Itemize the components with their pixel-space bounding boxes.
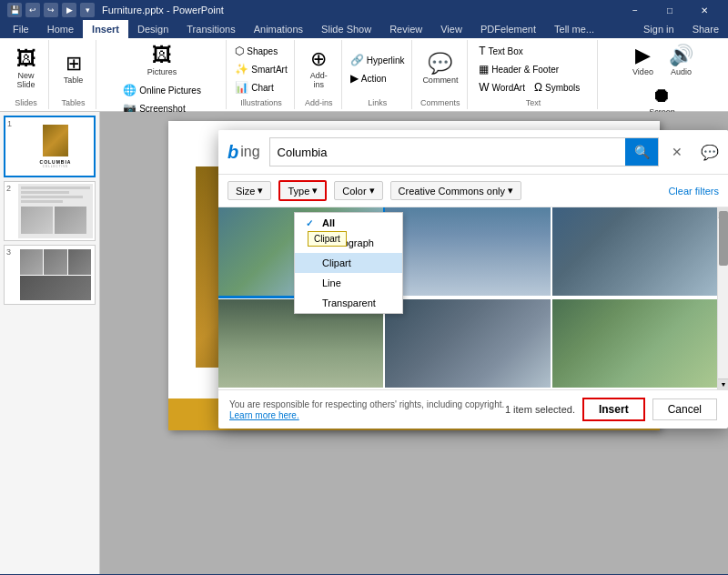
slide-thumb-3[interactable]: 3	[4, 245, 96, 305]
type-option-clipart[interactable]: Clipart	[295, 253, 402, 273]
table-label: Table	[64, 76, 84, 85]
table-group-label: Tables	[61, 96, 85, 107]
slide-preview-2	[18, 184, 93, 238]
footer-learn-more-link[interactable]: Learn more here.	[229, 410, 504, 420]
ribbon-group-table: ⊞ Table Tables	[51, 40, 96, 109]
tab-view[interactable]: View	[431, 20, 471, 38]
smartart-button[interactable]: ✨ SmartArt	[231, 61, 290, 77]
bing-logo: b ing	[228, 142, 260, 163]
table-icon: ⊞	[66, 54, 82, 74]
slide-thumb-2[interactable]: 2	[4, 181, 96, 241]
audio-label: Audio	[671, 67, 692, 76]
undo-icon[interactable]: ↩	[25, 3, 40, 17]
image-cell-6[interactable]	[552, 299, 717, 388]
headerfooter-button[interactable]: ▦ Header & Footer	[475, 61, 562, 77]
slide-num-2: 2	[6, 184, 15, 193]
tab-signin[interactable]: Sign in	[634, 20, 683, 38]
ribbon-group-comments: 💬 Comment Comments	[414, 40, 469, 109]
save-icon[interactable]: 💾	[7, 3, 22, 17]
scrollbar-thumb[interactable]	[719, 211, 728, 266]
type-option-all[interactable]: ✓ All	[295, 213, 402, 233]
online-pictures-button[interactable]: 🌐 Online Pictures	[119, 82, 205, 98]
symbols-button[interactable]: Ω Symbols	[531, 79, 583, 96]
more-icon[interactable]: ▾	[80, 3, 95, 17]
tab-slideshow[interactable]: Slide Show	[312, 20, 380, 38]
shapes-icon: ⬡	[235, 45, 244, 57]
insert-button[interactable]: Insert	[582, 398, 645, 421]
dialog-chat-icon[interactable]: 💬	[701, 144, 719, 161]
close-button[interactable]: ✕	[688, 0, 721, 20]
tab-file[interactable]: File	[4, 20, 38, 38]
type-option-clipart-label: Clipart	[322, 257, 351, 268]
tab-design[interactable]: Design	[128, 20, 177, 38]
tab-review[interactable]: Review	[380, 20, 431, 38]
image-cell-3[interactable]	[552, 207, 717, 296]
search-box: 🔍	[269, 137, 659, 166]
type-filter-button[interactable]: Type ▾	[278, 180, 327, 201]
addins-group-label: Add-ins	[305, 96, 333, 107]
addins-label: Add-ins	[310, 71, 328, 89]
image-cell-5[interactable]	[385, 299, 550, 388]
links-group-items: 🔗 Hyperlink ▶ Action	[347, 42, 409, 96]
type-option-transparent[interactable]: Transparent	[295, 293, 402, 313]
slide-thumb-1[interactable]: 1 COLUMBIA COLLECTIVE	[4, 116, 96, 177]
new-slide-icon: 🖼	[16, 49, 36, 69]
new-slide-button[interactable]: 🖼 NewSlide	[8, 45, 45, 93]
color-filter-button[interactable]: Color ▾	[334, 181, 382, 200]
present-icon[interactable]: ▶	[62, 3, 76, 17]
dialog-close-button[interactable]: ✕	[668, 143, 686, 161]
minimize-button[interactable]: −	[619, 0, 652, 20]
slide-num-3: 3	[6, 247, 15, 257]
scrollbar-down-button[interactable]: ▼	[718, 378, 728, 389]
video-button[interactable]: ▶ Video	[624, 42, 661, 80]
creative-commons-filter-button[interactable]: Creative Commons only ▾	[390, 181, 521, 200]
tab-pdfelement[interactable]: PDFelement	[471, 20, 545, 38]
hyperlink-button[interactable]: 🔗 Hyperlink	[347, 52, 409, 68]
color-filter-label: Color	[342, 186, 366, 197]
slide-panel: 1 COLUMBIA COLLECTIVE 2	[0, 112, 100, 574]
textbox-button[interactable]: T Text Box	[475, 43, 527, 59]
clear-filters-link[interactable]: Clear filters	[668, 186, 719, 197]
action-button[interactable]: ▶ Action	[347, 70, 409, 86]
pictures-button[interactable]: 🖼 Pictures	[142, 42, 183, 80]
cancel-button[interactable]: Cancel	[652, 398, 717, 420]
tab-tellme[interactable]: Tell me...	[545, 20, 603, 38]
links-group-label: Links	[368, 96, 387, 107]
image-cell-2[interactable]	[385, 207, 550, 296]
wordart-button[interactable]: W WordArt	[475, 79, 529, 96]
type-option-line[interactable]: Line	[295, 273, 402, 293]
redo-icon[interactable]: ↪	[44, 3, 58, 17]
search-button[interactable]: 🔍	[625, 138, 658, 166]
symbols-label: Symbols	[545, 83, 580, 93]
addins-button[interactable]: ⊕ Add-ins	[300, 45, 337, 93]
shapes-button[interactable]: ⬡ Shapes	[231, 43, 290, 59]
search-input[interactable]	[270, 141, 625, 164]
quick-access: 💾 ↩ ↪ ▶ ▾	[7, 3, 95, 17]
ribbon-content: 🖼 NewSlide Slides ⊞ Table Tables 🖼 Pictu…	[0, 38, 728, 111]
tab-transitions[interactable]: Transitions	[177, 20, 244, 38]
maximize-button[interactable]: □	[653, 0, 686, 20]
chart-button[interactable]: 📊 Chart	[231, 79, 290, 96]
color-filter-chevron: ▾	[369, 185, 375, 197]
online-pictures-icon: 🌐	[123, 84, 136, 96]
tab-animations[interactable]: Animations	[245, 20, 312, 38]
headerfooter-label: Header & Footer	[491, 65, 559, 75]
hyperlink-icon: 🔗	[350, 54, 364, 66]
textbox-icon: T	[479, 45, 485, 57]
all-checkmark: ✓	[306, 218, 317, 228]
tab-home[interactable]: Home	[38, 20, 83, 38]
audio-button[interactable]: 🔊 Audio	[662, 42, 699, 80]
thumb-small-3	[68, 249, 91, 275]
comment-button[interactable]: 💬 Comment	[417, 50, 463, 88]
ribbon-group-media: ▶ Video 🔊 Audio ⏺ ScreenRecording Media	[600, 40, 724, 109]
chart-icon: 📊	[235, 81, 248, 94]
ribbon-tabs: File Home Insert Design Transitions Anim…	[0, 20, 728, 38]
type-option-line-label: Line	[322, 277, 341, 288]
tab-share[interactable]: Share	[683, 20, 728, 38]
comment-icon: 💬	[428, 54, 452, 74]
dialog-header: b ing 🔍 ✕ 💬	[218, 130, 728, 175]
wordart-label: WordArt	[491, 83, 525, 93]
size-filter-button[interactable]: Size ▾	[228, 181, 271, 200]
tab-insert[interactable]: Insert	[83, 20, 128, 38]
table-button[interactable]: ⊞ Table	[56, 50, 92, 88]
